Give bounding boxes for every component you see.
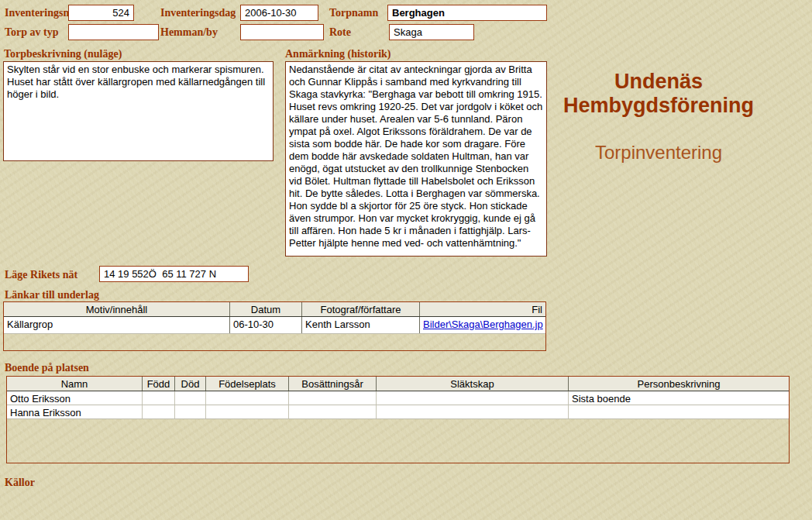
torp-av-typ-input[interactable] — [68, 24, 159, 40]
boende-cell-personbeskrivning: Sista boende — [569, 391, 789, 405]
boende-cell-slaktskap — [377, 405, 569, 418]
boende-header-namn: Namn — [7, 377, 143, 391]
boende-cell-bosattningsar — [289, 405, 377, 418]
torpnamn-input[interactable] — [387, 5, 547, 21]
inventeringsnr-input[interactable] — [68, 5, 134, 21]
lankar-cell-fil: Bilder\Skaga\Berghagen.jp — [420, 317, 545, 333]
boende-header-dod: Död — [175, 377, 206, 391]
lankar-row: Källargrop 06-10-30 Kenth Larsson Bilder… — [4, 317, 545, 334]
lankar-header-datum: Datum — [230, 302, 302, 316]
boende-cell-slaktskap — [377, 391, 569, 405]
org-title: Undenäs Hembygdsförening — [542, 70, 775, 118]
lankar-cell-fotograf: Kenth Larsson — [302, 317, 420, 333]
lankar-heading: Länkar till underlag — [5, 289, 99, 301]
lankar-header-row: Motiv/innehåll Datum Fotograf/författare… — [4, 302, 545, 317]
boende-cell-namn: Otto Eriksson — [7, 391, 143, 405]
rote-label: Rote — [329, 26, 351, 39]
boende-header-slaktskap: Släktskap — [377, 377, 569, 391]
boende-header-fodd: Född — [143, 377, 175, 391]
torpnamn-label: Torpnamn — [329, 7, 378, 19]
inventeringsnr-label: Inventeringsnr — [5, 7, 74, 19]
file-link[interactable]: Bilder\Skaga\Berghagen.jp — [423, 319, 543, 330]
rote-input[interactable] — [389, 24, 474, 40]
lankar-table-empty-area — [4, 334, 545, 350]
boende-table-empty-area — [7, 419, 789, 463]
lankar-header-fil: Fil — [420, 302, 545, 316]
page-subtitle: Torpinventering — [542, 142, 775, 164]
lankar-cell-motiv: Källargrop — [4, 317, 230, 333]
torpbeskrivning-label: Torpbeskrivning (nuläge) — [4, 48, 122, 60]
boende-header-bosattningsar: Bosättningsår — [289, 377, 377, 391]
boende-row: Otto Eriksson Sista boende — [7, 391, 789, 405]
hemman-by-label: Hemman/by — [160, 26, 218, 39]
boende-table: Namn Född Död Födelseplats Bosättningsår… — [6, 376, 790, 463]
lankar-cell-datum: 06-10-30 — [230, 317, 302, 333]
anmarkning-textarea[interactable]: Nedanstående är citat av anteckningar gj… — [285, 61, 547, 257]
lage-rikets-nat-label: Läge Rikets nät — [5, 269, 77, 281]
lage-rikets-nat-input[interactable] — [99, 266, 249, 282]
boende-heading: Boende på platsen — [5, 362, 89, 374]
hemman-by-input[interactable] — [240, 24, 324, 40]
boende-cell-fodelseplats — [206, 391, 289, 405]
boende-header-row: Namn Född Död Födelseplats Bosättningsår… — [7, 377, 789, 391]
boende-cell-fodelseplats — [206, 405, 289, 418]
torpbeskrivning-textarea[interactable]: Skylten står vid en stor enbuske och mar… — [3, 61, 274, 161]
boende-cell-fodd — [143, 405, 175, 418]
org-title-line1: Undenäs — [542, 70, 775, 94]
inventeringsdag-input[interactable] — [240, 5, 318, 21]
kallor-heading: Källor — [5, 477, 35, 489]
boende-cell-dod — [175, 405, 206, 418]
inventeringsdag-label: Inventeringsdag — [160, 7, 236, 19]
lankar-header-motiv: Motiv/innehåll — [4, 302, 230, 316]
anmarkning-label: Anmärkning (historik) — [285, 48, 391, 60]
boende-cell-bosattningsar — [289, 391, 377, 405]
boende-cell-fodd — [143, 391, 175, 405]
boende-cell-personbeskrivning — [569, 405, 789, 418]
org-title-line2: Hembygdsförening — [542, 94, 775, 118]
boende-cell-dod — [175, 391, 206, 405]
boende-header-fodelseplats: Födelseplats — [206, 377, 289, 391]
torp-av-typ-label: Torp av typ — [5, 26, 59, 39]
boende-header-personbeskrivning: Personbeskrivning — [569, 377, 789, 391]
lankar-table: Motiv/innehåll Datum Fotograf/författare… — [3, 301, 546, 351]
lankar-header-fotograf: Fotograf/författare — [302, 302, 420, 316]
boende-row: Hanna Eriksson — [7, 405, 789, 419]
boende-cell-namn: Hanna Eriksson — [7, 405, 143, 418]
